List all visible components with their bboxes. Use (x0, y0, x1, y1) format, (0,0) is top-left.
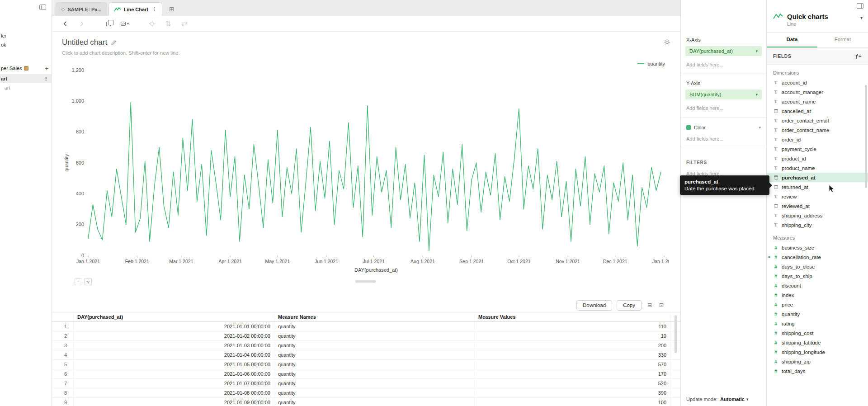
download-button[interactable]: Download (576, 300, 612, 311)
field-item-shipping_latitude[interactable]: #shipping_latitude (767, 338, 868, 347)
table-row[interactable]: 12021-01-01 00:00:00quantity110 (52, 322, 680, 331)
x-axis-add-fields-dropzone[interactable]: Add fields here... (681, 56, 766, 74)
field-item-days_to_ship[interactable]: #days_to_ship (767, 271, 868, 281)
chart-options-button[interactable] (84, 278, 92, 285)
field-item-shipping_longitude[interactable]: #shipping_longitude (767, 347, 868, 357)
chart-settings-gear-icon[interactable] (664, 39, 670, 46)
update-mode-dropdown[interactable]: Automatic ▾ (720, 397, 748, 402)
field-item-cancellation_rate[interactable]: =#cancellation_rate (767, 252, 868, 262)
sidebar-item-line-chart[interactable]: art ⋮ (0, 74, 52, 83)
collapse-results-icon[interactable]: ⊟ (646, 302, 653, 308)
table-vertical-scrollbar[interactable] (675, 315, 677, 353)
table-row[interactable]: 22021-01-02 00:00:00quantity10 (52, 331, 680, 341)
number-type-icon: # (773, 368, 778, 374)
field-item-account_manager[interactable]: Taccount_manager (767, 87, 868, 97)
collapse-panel-chevron-icon[interactable]: ▾ (860, 15, 863, 20)
horizontal-scrollbar[interactable] (355, 280, 376, 283)
export-image-icon[interactable]: ▾ (121, 20, 129, 28)
table-row[interactable]: 52021-01-05 00:00:00quantity570 (52, 360, 680, 369)
sidebar-item[interactable]: ler (0, 31, 52, 40)
duplicate-icon[interactable] (104, 20, 113, 28)
field-item-returned_at[interactable]: returned_at (767, 182, 868, 192)
new-tab-button[interactable]: ⊞ (164, 2, 180, 16)
table-cell: 2021-01-09 00:00:00 (74, 398, 274, 406)
chart-title[interactable]: Untitled chart (62, 38, 107, 47)
copy-button[interactable]: Copy (617, 300, 642, 311)
forward-arrow-icon[interactable] (77, 20, 85, 28)
field-item-review[interactable]: Treview (767, 192, 868, 201)
collapse-sidebar-icon[interactable] (39, 5, 46, 10)
sidebar-item[interactable]: art (0, 83, 52, 92)
add-page-button[interactable]: + (45, 65, 52, 72)
expand-results-icon[interactable]: ⊡ (658, 302, 665, 308)
field-item-product_id[interactable]: Tproduct_id (767, 154, 868, 163)
table-row[interactable]: 82021-01-08 00:00:00quantity390 (52, 388, 680, 398)
tab-sample-sheet[interactable]: ◇ SAMPLE: Pa... (56, 2, 107, 16)
item-menu-icon[interactable]: ⋮ (43, 76, 52, 82)
tab-data[interactable]: Data (767, 33, 817, 47)
chevron-down-icon: ▾ (746, 397, 749, 401)
field-item-payment_cycle[interactable]: Tpayment_cycle (767, 144, 868, 154)
table-cell: quantity (274, 398, 475, 406)
tab-format[interactable]: Format (817, 33, 868, 47)
color-add-fields-dropzone[interactable]: Add fields here... (681, 130, 766, 148)
tab-line-chart[interactable]: Line Chart ⋮ (108, 2, 162, 16)
column-header[interactable]: Measure Names (274, 312, 475, 321)
column-header[interactable]: Measure Values (475, 312, 670, 321)
field-item-order_contact_email[interactable]: Torder_contact_email (767, 116, 868, 125)
x-axis-field-pill[interactable]: DAY(purchased_at) ▾ (685, 46, 762, 56)
field-item-shipping_city[interactable]: Tshipping_city (767, 220, 868, 230)
sidebar-item-label: ler (1, 33, 6, 38)
crosshair-icon[interactable] (148, 20, 156, 28)
field-item-account_name[interactable]: Taccount_name (767, 97, 868, 106)
field-item-purchased_at[interactable]: purchased_at (767, 173, 868, 182)
chart-description-placeholder[interactable]: Click to add chart description. Shift-en… (62, 50, 670, 56)
table-cell: 2021-01-03 00:00:00 (74, 341, 274, 350)
field-item-discount[interactable]: #discount (767, 281, 868, 290)
field-item-account_id[interactable]: Taccount_id (767, 78, 868, 87)
field-item-days_to_close[interactable]: #days_to_close (767, 262, 868, 271)
svg-text:Jan 1 2021: Jan 1 2021 (76, 259, 100, 264)
swap-horizontal-icon[interactable]: ⇄ (180, 20, 189, 28)
table-cell: 2021-01-07 00:00:00 (74, 379, 274, 388)
zoom-out-button[interactable]: − (75, 278, 82, 285)
y-axis-add-fields-dropzone[interactable]: Add fields here... (681, 99, 766, 118)
field-label: discount (782, 283, 801, 288)
column-header[interactable]: DAY(purchased_at) (74, 312, 274, 321)
color-swatch-icon (686, 125, 691, 130)
line-chart-plot[interactable]: 02004006008001,0001,200Jan 1 2021Feb 1 2… (62, 66, 669, 279)
field-item-total_days[interactable]: #total_days (767, 366, 868, 376)
expand-panel-icon[interactable] (857, 3, 863, 9)
table-row[interactable]: 72021-01-07 00:00:00quantity520 (52, 379, 680, 388)
field-item-shipping_address[interactable]: Tshipping_address (767, 211, 868, 220)
main-area: ◇ SAMPLE: Pa... Line Chart ⋮ ⊞ ▾ (52, 0, 680, 406)
table-row[interactable]: 92021-01-09 00:00:00quantity100 (52, 398, 680, 406)
table-row[interactable]: 42021-01-04 00:00:00quantity330 (52, 350, 680, 360)
field-item-business_size[interactable]: #business_size (767, 243, 868, 252)
field-item-index[interactable]: #index (767, 290, 868, 300)
field-item-order_id[interactable]: Torder_id (767, 135, 868, 144)
field-item-price[interactable]: #price (767, 300, 868, 309)
swap-vertical-icon[interactable]: ⇅ (164, 20, 172, 28)
fields-scrollbar[interactable] (865, 85, 867, 188)
sidebar-item[interactable]: ok (0, 40, 52, 49)
color-section-header[interactable]: Color ▾ (681, 118, 766, 130)
field-label: returned_at (782, 184, 808, 190)
field-item-product_name[interactable]: Tproduct_name (767, 163, 868, 173)
field-item-reviewed_at[interactable]: reviewed_at (767, 201, 868, 211)
field-item-shipping_zip[interactable]: #shipping_zip (767, 357, 868, 366)
x-axis-section-label: X-Axis (681, 37, 766, 42)
field-item-order_contact_name[interactable]: Torder_contact_name (767, 125, 868, 135)
tab-menu-icon[interactable]: ⋮ (152, 6, 157, 12)
add-calculated-field-icon[interactable]: ƒ+ (855, 53, 862, 59)
table-row[interactable]: 32021-01-03 00:00:00quantity200 (52, 341, 680, 350)
y-axis-field-pill[interactable]: SUM(quantity) ▾ (685, 90, 762, 99)
field-item-quantity[interactable]: #quantity (767, 309, 868, 319)
back-arrow-icon[interactable] (61, 20, 69, 28)
field-item-cancelled_at[interactable]: cancelled_at (767, 106, 868, 116)
edit-pencil-icon[interactable] (111, 40, 117, 46)
field-item-shipping_cost[interactable]: #shipping_cost (767, 328, 868, 338)
table-row[interactable]: 62021-01-06 00:00:00quantity170 (52, 369, 680, 379)
field-item-rating[interactable]: #rating (767, 319, 868, 328)
sidebar-item-paper-sales[interactable]: per Sales + (0, 64, 52, 73)
